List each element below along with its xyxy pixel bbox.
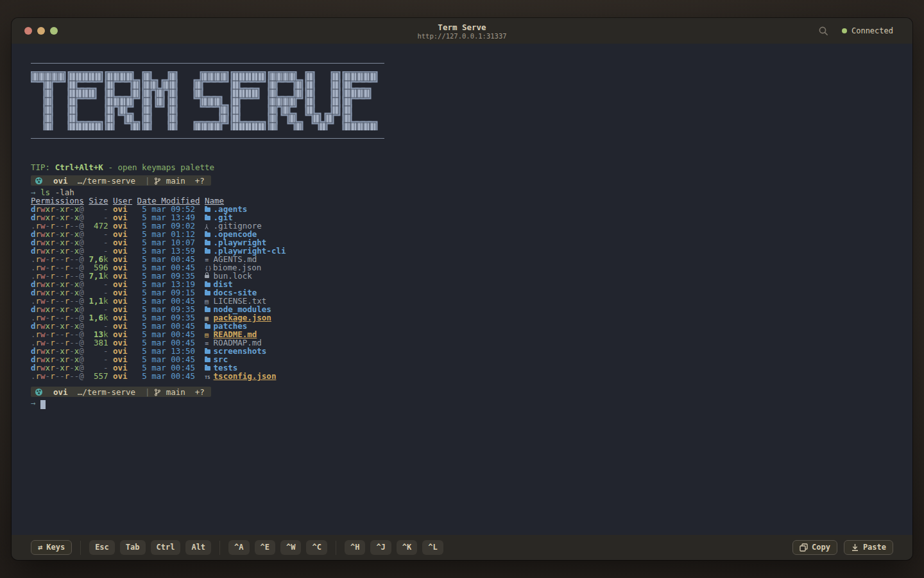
key-button-ctrl-w[interactable]: ^W <box>280 540 301 555</box>
connection-status: Connected <box>842 26 893 35</box>
key-button-esc[interactable]: Esc <box>89 540 115 555</box>
titlebar: Term Serve http://127.0.0.1:31337 Connec… <box>12 18 912 44</box>
prompt-line-2: ovi …/term-serve | main +? <box>31 387 912 397</box>
swap-arrows-icon: ⇄ <box>38 543 42 552</box>
key-button-ctrl-c[interactable]: ^C <box>306 540 327 555</box>
key-button-ctrl[interactable]: Ctrl <box>151 540 181 555</box>
prompt-git-status: +? <box>195 388 205 396</box>
toolbar-divider <box>336 541 336 555</box>
minimize-button[interactable] <box>37 27 45 35</box>
prompt-user: ovi <box>53 388 68 396</box>
terminal-cursor <box>40 400 46 409</box>
toolbar-divider <box>80 541 81 555</box>
search-icon[interactable] <box>817 24 830 38</box>
os-icon <box>35 177 42 184</box>
tip-hotkey: Ctrl+Alt+K <box>55 162 103 172</box>
file-row: .rw-r--r--@ 557 ovi 5 mar 00:45 TS tscon… <box>31 372 912 380</box>
file-name: tsconfig.json <box>214 371 277 381</box>
window-title: Term Serve <box>438 22 486 32</box>
copy-icon <box>800 543 808 552</box>
typescript-icon: TS <box>205 372 209 382</box>
app-window: Term Serve http://127.0.0.1:31337 Connec… <box>12 18 912 560</box>
git-branch-icon <box>155 177 160 185</box>
status-dot-icon <box>842 28 847 33</box>
key-button-ctrl-k[interactable]: ^K <box>397 540 417 555</box>
prompt-bar: ovi …/term-serve | main +? <box>31 175 211 186</box>
os-icon <box>35 389 42 396</box>
banner-rule-top <box>31 63 384 64</box>
terminal[interactable]: TIP: Ctrl+Alt+K - open keymaps palette o… <box>12 44 912 535</box>
copy-button[interactable]: Copy <box>792 540 837 555</box>
git-branch-icon <box>155 389 160 396</box>
prompt-line-1: ovi …/term-serve | main +? <box>31 175 912 186</box>
prompt-separator: | <box>145 388 150 396</box>
status-label: Connected <box>851 26 893 35</box>
banner-rule-bottom <box>31 138 384 139</box>
prompt-branch: main <box>166 177 185 185</box>
prompt-git-status: +? <box>195 177 205 185</box>
key-button-alt[interactable]: Alt <box>185 540 211 555</box>
close-button[interactable] <box>24 27 32 35</box>
prompt-bar: ovi …/term-serve | main +? <box>31 387 211 397</box>
key-button-ctrl-e[interactable]: ^E <box>255 540 275 555</box>
key-button-tab[interactable]: Tab <box>120 540 146 555</box>
key-button-ctrl-h[interactable]: ^H <box>345 540 365 555</box>
prompt-user: ovi <box>53 177 68 185</box>
key-button-ctrl-j[interactable]: ^J <box>370 540 391 555</box>
tip-line: TIP: Ctrl+Alt+K - open keymaps palette <box>31 163 912 171</box>
traffic-lights <box>24 27 58 35</box>
prompt-separator: | <box>145 177 150 185</box>
prompt-branch: main <box>166 388 185 396</box>
file-listing: drwxr-xr-x@ - ovi 5 mar 09:52 .agentsdrw… <box>31 205 912 380</box>
zoom-button[interactable] <box>50 27 58 35</box>
bottom-toolbar: ⇄Keys EscTabCtrlAlt^A^E^W^C^H^J^K^L Copy… <box>12 535 912 560</box>
keys-button[interactable]: ⇄Keys <box>31 540 72 555</box>
input-line: → <box>31 399 912 408</box>
toolbar-divider <box>219 541 220 555</box>
prompt-path: …/term-serve <box>78 177 135 185</box>
banner-art <box>31 71 390 130</box>
git-icon: Y <box>205 222 209 231</box>
prompt-path: …/term-serve <box>78 388 135 396</box>
key-button-ctrl-a[interactable]: ^A <box>228 540 249 555</box>
window-url: http://127.0.0.1:31337 <box>417 32 506 40</box>
paste-button[interactable]: Paste <box>844 540 893 555</box>
paste-download-icon <box>851 543 859 552</box>
key-button-ctrl-l[interactable]: ^L <box>422 540 443 555</box>
